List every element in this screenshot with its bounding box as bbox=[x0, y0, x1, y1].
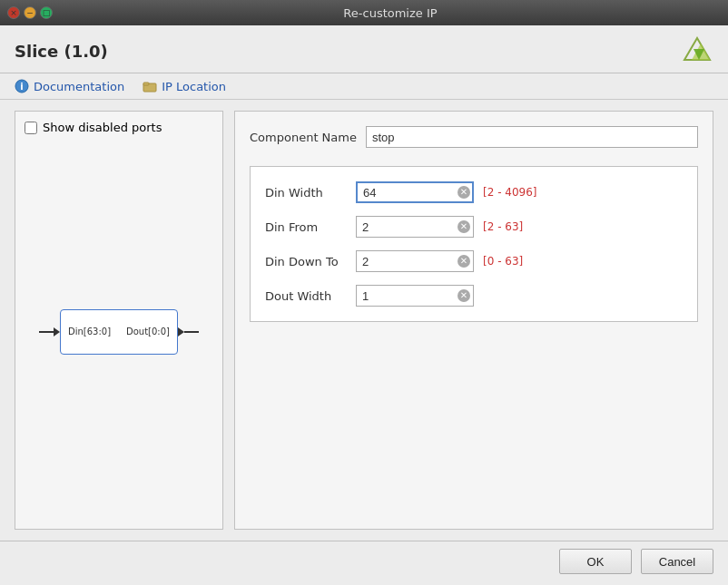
din-width-clear-btn[interactable]: ✕ bbox=[457, 186, 470, 199]
show-disabled-row: Show disabled ports bbox=[25, 121, 213, 134]
title-bar-title: Re-customize IP bbox=[60, 6, 721, 20]
component-name-row: Component Name bbox=[250, 126, 698, 148]
bottom-bar: OK Cancel bbox=[0, 541, 728, 585]
right-panel: Component Name Din Width ✕ [2 - 4096] Di… bbox=[234, 111, 713, 530]
param-row-din-down-to: Din Down To ✕ [0 - 63] bbox=[265, 250, 683, 272]
logo-icon bbox=[681, 34, 713, 67]
close-button[interactable]: × bbox=[7, 6, 20, 19]
minimize-button[interactable]: − bbox=[24, 6, 36, 19]
left-panel: Show disabled ports Din[63:0] D bbox=[15, 111, 223, 530]
component-name-label: Component Name bbox=[250, 131, 357, 144]
title-bar-buttons: × − □ bbox=[7, 6, 53, 19]
svg-rect-6 bbox=[143, 83, 149, 85]
din-down-to-clear-btn[interactable]: ✕ bbox=[457, 255, 470, 268]
ok-button[interactable]: OK bbox=[559, 549, 632, 574]
content-area: Show disabled ports Din[63:0] D bbox=[0, 100, 728, 541]
param-row-din-width: Din Width ✕ [2 - 4096] bbox=[265, 181, 683, 203]
maximize-button[interactable]: □ bbox=[40, 6, 53, 19]
dout-width-clear-btn[interactable]: ✕ bbox=[457, 289, 470, 302]
info-icon: i bbox=[15, 79, 29, 93]
din-width-input-wrap: ✕ bbox=[356, 181, 474, 203]
diagram-area: Din[63:0] Dout[0:0] bbox=[25, 143, 213, 520]
dout-width-input-wrap: ✕ bbox=[356, 285, 474, 307]
din-from-range: [2 - 63] bbox=[483, 220, 523, 233]
show-disabled-label: Show disabled ports bbox=[43, 121, 162, 134]
din-from-input-wrap: ✕ bbox=[356, 216, 474, 238]
svg-text:i: i bbox=[20, 82, 23, 92]
din-down-to-label: Din Down To bbox=[265, 255, 347, 268]
din-from-clear-btn[interactable]: ✕ bbox=[457, 220, 470, 233]
din-down-to-input[interactable] bbox=[356, 250, 474, 272]
ip-location-link[interactable]: IP Location bbox=[143, 79, 226, 93]
slice-title-text: Slice (1.0) bbox=[15, 42, 108, 61]
din-width-input[interactable] bbox=[356, 181, 474, 203]
params-box: Din Width ✕ [2 - 4096] Din From ✕ [2 - 6… bbox=[250, 166, 698, 322]
component-name-input[interactable] bbox=[366, 126, 698, 148]
port-right-label: Dout[0:0] bbox=[126, 327, 170, 336]
ip-location-label: IP Location bbox=[162, 80, 226, 93]
title-bar: × − □ Re-customize IP bbox=[0, 0, 728, 25]
din-down-to-range: [0 - 63] bbox=[483, 255, 523, 268]
din-from-input[interactable] bbox=[356, 216, 474, 238]
param-row-din-from: Din From ✕ [2 - 63] bbox=[265, 216, 683, 238]
dout-width-label: Dout Width bbox=[265, 289, 347, 303]
ip-block: Din[63:0] Dout[0:0] bbox=[60, 309, 178, 355]
nav-bar: i Documentation IP Location bbox=[0, 73, 728, 100]
slice-title: Slice (1.0) bbox=[15, 34, 713, 67]
main-window: Slice (1.0) i Documentation bbox=[0, 25, 728, 585]
din-down-to-input-wrap: ✕ bbox=[356, 250, 474, 272]
dout-width-input[interactable] bbox=[356, 285, 474, 307]
show-disabled-checkbox[interactable] bbox=[25, 122, 37, 134]
header-area: Slice (1.0) bbox=[0, 25, 728, 73]
cancel-button[interactable]: Cancel bbox=[641, 549, 713, 574]
din-from-label: Din From bbox=[265, 220, 347, 234]
documentation-label: Documentation bbox=[34, 80, 124, 93]
param-row-dout-width: Dout Width ✕ bbox=[265, 285, 683, 307]
din-width-label: Din Width bbox=[265, 186, 347, 200]
folder-icon bbox=[143, 79, 157, 93]
din-width-range: [2 - 4096] bbox=[483, 186, 537, 199]
documentation-link[interactable]: i Documentation bbox=[15, 79, 124, 93]
